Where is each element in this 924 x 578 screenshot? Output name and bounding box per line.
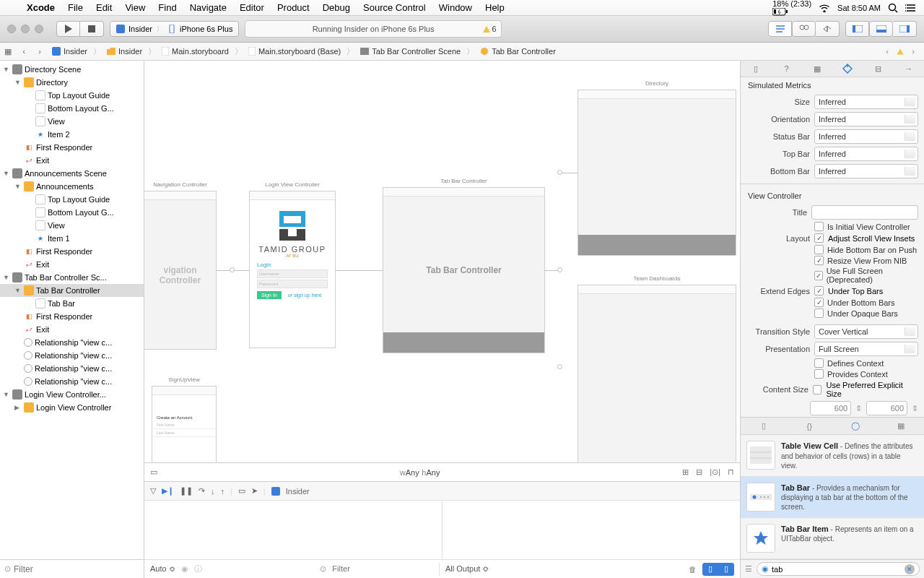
under-bottom-checkbox[interactable] [814,298,824,307]
outline-row[interactable]: Relationship "view c... [0,375,144,388]
size-selector[interactable]: Inferred [814,95,918,109]
show-console-button[interactable]: ▯ [718,563,734,576]
presentation-selector[interactable]: Full Screen [814,342,918,356]
zoom-window-button[interactable] [35,25,43,33]
outline-row[interactable]: ◧First Responder [0,141,144,154]
transition-selector[interactable]: Cover Vertical [814,324,918,339]
scheme-selector[interactable]: Insider 〉 iPhone 6s Plus [110,21,239,37]
jump-seg-scene[interactable]: Tab Bar Controller Scene [356,47,465,56]
outline-row[interactable]: Tab Bar [0,297,144,310]
menu-editor[interactable]: Editor [233,2,271,13]
outline-row[interactable]: ▼Tab Bar Controller Sc... [0,271,144,284]
outline-filter-input[interactable] [14,564,139,574]
outline-row[interactable]: Top Layout Guide [0,193,144,206]
menu-debug[interactable]: Debug [316,2,357,13]
quicklook-icon[interactable]: ◉ [181,564,188,574]
scene-dashboards[interactable]: Team Dashboards [578,285,736,462]
pause-button[interactable]: ❚❚ [180,486,193,496]
hide-debug-button[interactable]: ▽ [150,486,156,496]
segue-dot[interactable] [557,170,562,175]
fullscreen-checkbox[interactable] [814,271,823,280]
stop-button[interactable] [80,21,104,37]
menu-product[interactable]: Product [271,2,316,13]
segue-dot[interactable] [557,267,562,272]
console-view[interactable] [443,501,740,559]
use-preferred-checkbox[interactable] [813,385,822,394]
outline-row[interactable]: ★Item 2 [0,128,144,141]
outline-row[interactable]: ▼Tab Bar Controller [0,284,144,297]
scene-login[interactable]: Login View Controller TAMID GROUP AT BU … [249,191,336,348]
outline-row[interactable]: ▼Announcements Scene [0,167,144,180]
forward-button[interactable]: › [32,47,48,56]
process-label[interactable]: Insider [286,487,310,496]
initial-vc-checkbox[interactable] [814,222,824,231]
next-issue-button[interactable]: › [907,45,920,58]
outline-toggle-button[interactable]: ▭ [150,467,157,477]
toggle-inspector-button[interactable] [893,21,917,37]
jump-seg-file[interactable]: Main.storyboard [157,47,233,56]
connections-inspector-tab[interactable]: → [899,61,918,76]
jump-seg-controller[interactable]: Tab Bar Controller [476,47,560,56]
adjust-scroll-checkbox[interactable] [814,233,824,243]
show-variables-button[interactable]: ▯ [702,563,718,576]
bottombar-selector[interactable]: Inferred [814,164,918,178]
step-over-button[interactable]: ↷ [199,486,205,496]
code-snippet-tab[interactable]: {} [801,420,817,433]
outline-row[interactable]: ◧First Responder [0,245,144,258]
minimize-window-button[interactable] [21,25,30,33]
trash-icon[interactable]: 🗑 [689,565,697,574]
outline-row[interactable]: ▼Announcements [0,180,144,193]
file-template-tab[interactable]: ▯ [756,420,772,433]
standard-editor-button[interactable] [768,21,792,37]
outline-row[interactable]: ◧First Responder [0,310,144,323]
provides-context-checkbox[interactable] [814,369,824,379]
align-button[interactable]: ⊞ [682,467,689,477]
menu-help[interactable]: Help [479,2,511,13]
variables-filter-input[interactable] [332,564,439,574]
variables-scope-selector[interactable]: Auto ≎ [150,564,175,574]
list-view-toggle[interactable]: ☰ [745,564,752,574]
scene-navigation-controller[interactable]: Navigation Controller vigation Controlle… [144,191,217,350]
outline-row[interactable]: ★Item 1 [0,232,144,245]
menu-view[interactable]: View [118,2,152,13]
view-debug-button[interactable]: ▭ [238,486,245,496]
size-inspector-tab[interactable]: ⊟ [868,61,887,76]
assistant-editor-button[interactable] [792,21,816,37]
activity-status[interactable]: Running Insider on iPhone 6s Plus 6 [245,20,501,38]
identity-inspector-tab[interactable]: ▦ [808,61,827,76]
stack-button[interactable]: ⊓ [728,467,734,477]
battery-status[interactable]: 18% (2:33) [772,0,811,16]
variables-view[interactable] [144,501,443,559]
menu-window[interactable]: Window [432,2,479,13]
menu-extras-icon[interactable] [905,4,917,12]
segue-dot[interactable] [557,364,562,369]
resolve-issues-button[interactable]: |⊙| [710,467,720,477]
scene-signup[interactable]: SignUpView Create an Account First Name … [152,386,217,462]
library-item[interactable]: Tab Bar - Provides a mechanism for displ… [741,477,924,518]
toggle-debug-button[interactable] [869,21,893,37]
statusbar-selector[interactable]: Inferred [814,129,918,144]
warnings-indicator[interactable]: 6 [483,25,497,33]
outline-row[interactable]: Bottom Layout G... [0,206,144,219]
defines-context-checkbox[interactable] [814,358,824,368]
size-class-selector[interactable]: wAny hAny [400,467,440,478]
info-icon[interactable]: ⓘ [194,564,202,574]
outline-row[interactable]: ⮐Exit [0,323,144,336]
related-items-button[interactable]: ▦ [0,47,16,56]
outline-row[interactable]: Relationship "view c... [0,349,144,362]
outline-row[interactable]: ▼Directory Scene [0,63,144,76]
step-into-button[interactable]: ↓ [211,487,215,496]
outline-row[interactable]: Top Layout Guide [0,89,144,102]
location-button[interactable]: ➤ [251,486,258,496]
content-width-input[interactable]: 600 [810,401,851,415]
console-output-selector[interactable]: All Output ≎ [445,564,489,574]
continue-button[interactable]: ▶❙ [162,486,174,496]
clock[interactable]: Sat 8:50 AM [837,4,881,12]
step-out-button[interactable]: ↑ [221,487,225,496]
content-height-input[interactable]: 600 [866,401,907,415]
jump-seg-project[interactable]: Insider [48,47,92,56]
menu-navigate[interactable]: Navigate [183,2,233,13]
outline-row[interactable]: ▼Directory [0,76,144,89]
pin-button[interactable]: ⊟ [696,467,702,477]
library-search-input[interactable] [772,565,902,574]
